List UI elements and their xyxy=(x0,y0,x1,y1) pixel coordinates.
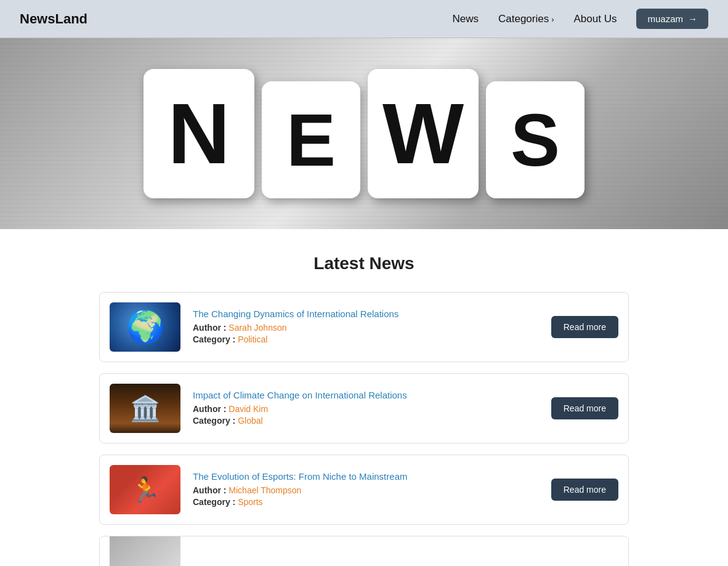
chevron-down-icon xyxy=(551,13,554,25)
article-1-image xyxy=(110,302,180,352)
article-3-category: Category : Sports xyxy=(193,497,539,507)
sports-image xyxy=(110,465,180,514)
news-card-2: Impact of Climate Change on Internationa… xyxy=(99,373,629,443)
article-4-image xyxy=(110,536,180,566)
globe-image xyxy=(110,302,180,352)
article-3-body: The Evolution of Esports: From Niche to … xyxy=(193,471,539,509)
hero-dice-n: N xyxy=(144,69,254,198)
read-more-button-1[interactable]: Read more xyxy=(551,316,618,338)
article-3-author: Author : Michael Thompson xyxy=(193,485,539,495)
article-2-body: Impact of Climate Change on Internationa… xyxy=(193,390,539,427)
hero-dice-s: S xyxy=(486,81,584,198)
arrow-icon xyxy=(688,14,697,24)
article-2-title[interactable]: Impact of Climate Change on Internationa… xyxy=(193,390,539,400)
main-content: Latest News The Changing Dynamics of Int… xyxy=(87,254,641,566)
hero-dice-e: E xyxy=(262,81,360,198)
article-1-author: Author : Sarah Johnson xyxy=(193,323,539,333)
article-1-title[interactable]: The Changing Dynamics of International R… xyxy=(193,309,539,319)
article-2-image xyxy=(110,384,180,433)
news-card-1: The Changing Dynamics of International R… xyxy=(99,292,629,362)
nav-link-categories[interactable]: Categories xyxy=(498,13,554,25)
user-button[interactable]: muazam xyxy=(636,9,708,29)
nav-link-news[interactable]: News xyxy=(452,13,479,25)
hero-banner: N E W S xyxy=(0,38,728,229)
article-2-author: Author : David Kim xyxy=(193,404,539,414)
hero-dice-container: N E W S xyxy=(144,69,584,198)
site-logo: NewsLand xyxy=(20,11,87,27)
article-1-body: The Changing Dynamics of International R… xyxy=(193,309,539,346)
news-card-4 xyxy=(99,536,629,566)
article-3-title[interactable]: The Evolution of Esports: From Niche to … xyxy=(193,471,539,482)
read-more-button-3[interactable]: Read more xyxy=(551,479,618,501)
article-1-category: Category : Political xyxy=(193,334,539,344)
parliament-image xyxy=(110,384,180,433)
nav-links: News Categories About Us muazam xyxy=(452,9,708,29)
navbar: NewsLand News Categories About Us muazam xyxy=(0,0,728,38)
nav-link-about[interactable]: About Us xyxy=(574,13,617,25)
section-title: Latest News xyxy=(99,254,629,273)
read-more-button-2[interactable]: Read more xyxy=(551,397,618,419)
hero-dice-w: W xyxy=(368,69,479,198)
article-3-image xyxy=(110,465,180,514)
news-card-3: The Evolution of Esports: From Niche to … xyxy=(99,455,629,525)
article-2-category: Category : Global xyxy=(193,416,539,426)
placeholder-image xyxy=(110,536,180,566)
